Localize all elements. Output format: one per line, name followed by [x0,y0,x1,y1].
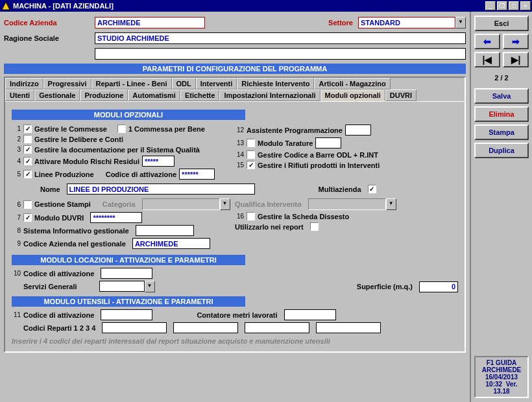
next-button[interactable]: ➡ [503,34,529,49]
tab-odl[interactable]: ODL [172,78,196,89]
lbl-assistente-prog: Assistente Programmazione [247,126,343,134]
footer-date: 16/04/2013 [478,373,526,381]
opt-num-9: 9 [12,240,21,247]
tab-gestionale[interactable]: Gestionale [34,89,80,101]
tab-utenti[interactable]: Utenti [5,89,34,101]
tab-produzione[interactable]: Produzione [80,89,128,101]
tab-articoli[interactable]: Articoli - Magazzino [314,78,390,89]
ragione-sociale-input-2[interactable] [95,48,466,60]
input-superficie[interactable] [419,281,458,292]
last-button[interactable]: ▶| [503,52,529,67]
lbl-codice-azienda-gest: Codice Azienda nel gestionale [23,240,126,248]
chk-gestire-doc-qualita[interactable] [23,145,32,154]
opt-num-1: 1 [12,125,21,132]
input-modulo-tarature[interactable] [315,137,341,148]
tab-content: MODULI OPZIONALI 1 Gestire le Commesse 1… [5,101,465,351]
chk-scheda-dissesto[interactable] [247,212,255,220]
lbl-servizi-generali: Servizi Generali [23,283,77,290]
ragione-sociale-input[interactable] [95,32,466,44]
parametri-band: PARAMETRI DI CONFIGURAZIONE DEL PROGRAMM… [4,64,466,74]
chk-gestire-commesse[interactable] [23,124,32,133]
lbl-multiazienda: Multiazienda [319,185,361,193]
tab-duvri[interactable]: DUVRI [385,89,417,101]
qualifica-dropdown-button[interactable]: ▼ [386,198,396,210]
close-button[interactable]: × [520,1,531,10]
input-assistente-prog[interactable] [345,124,371,136]
opt-num-12: 12 [235,126,244,134]
settore-dropdown-button[interactable]: ▼ [455,17,466,29]
servizi-dropdown-button[interactable]: ▼ [145,281,155,292]
chk-rischi-residui[interactable] [23,157,32,165]
lbl-qualifica-intervento: Qualifica Intervento [235,200,302,208]
lbl-utilizzarlo-report: Utilizzarlo nei report [235,223,304,231]
tab-etichette[interactable]: Etichette [180,89,219,101]
opt-num-6: 6 [12,201,21,208]
minimize-button[interactable]: _ [485,1,496,10]
codice-azienda-input[interactable] [95,17,205,29]
esci-button[interactable]: Esci [474,16,529,31]
input-codice-azienda-gest[interactable] [132,238,210,249]
stampa-button[interactable]: Stampa [474,124,529,140]
settore-select[interactable] [358,17,455,29]
opt-num-5: 5 [12,171,21,178]
tab-progressivi[interactable]: Progressivi [43,78,91,89]
input-reparto-1[interactable] [102,322,167,333]
sidebar: Esci ⬅ ➡ |◀ ▶| 2 / 2 Salva Elimina Stamp… [470,12,532,402]
tabs-container: Indirizzo Progressivi Reparti - Linee - … [4,77,466,353]
elimina-button[interactable]: Elimina [474,106,529,122]
select-qualifica [308,198,386,210]
footer-info: F1 GUIDA ARCHIMEDE 16/04/2013 10:32 Ver.… [474,356,529,398]
chk-1-commessa-bene[interactable] [117,124,126,133]
arrow-right-icon: ➡ [512,36,520,47]
input-contatore-metri[interactable] [284,309,336,320]
input-sistema-informativo[interactable] [136,225,194,236]
input-rischi-residui[interactable] [142,156,175,167]
input-modulo-duvri[interactable] [90,212,142,223]
titlebar: MACHINA - [DATI AZIENDALI] _ ❐ □ × [0,0,532,12]
first-button[interactable]: |◀ [474,52,500,67]
opt-num-14: 14 [235,151,244,158]
input-reparto-4[interactable] [316,322,381,333]
tab-indirizzo[interactable]: Indirizzo [5,78,43,89]
settore-label: Settore [328,19,353,27]
titlebar-text: MACHINA - [DATI AZIENDALI] [13,2,485,10]
lbl-gestire-delibere: Gestire le Delibere e Conti [34,136,123,143]
input-codice-attivazione-loc[interactable] [101,268,152,279]
tab-reparti[interactable]: Reparti - Linee - Beni [91,78,172,89]
opt-num-8: 8 [12,227,21,234]
tab-moduli-opzionali[interactable]: Moduli opzionali [320,89,385,101]
input-reparto-3[interactable] [245,322,309,333]
chk-utilizzarlo-report[interactable] [310,222,319,231]
tab-row-2: Utenti Gestionale Produzione Automatismi… [5,89,465,101]
chk-linee-produzione[interactable] [23,170,32,178]
select-servizi-generali[interactable] [99,281,145,292]
lbl-gestire-commesse: Gestire le Commesse [34,125,107,133]
duplica-button[interactable]: Duplica [474,143,529,158]
tab-automatismi[interactable]: Automatismi [128,89,180,101]
tab-richieste[interactable]: Richieste Intervento [237,78,314,89]
chk-rifiuti-interventi[interactable] [247,161,255,169]
chk-gestione-stampi[interactable] [23,200,32,209]
select-categoria [142,198,220,210]
lbl-modulo-duvri: Modulo DUVRI [34,214,84,222]
tab-interventi[interactable]: Interventi [196,78,237,89]
chk-modulo-duvri[interactable] [23,213,32,222]
lbl-gestire-doc-qualita: Gestire la documentazione per il Sistema… [34,146,200,154]
input-codice-attivazione-linee[interactable] [179,169,215,180]
first-icon: |◀ [483,54,492,65]
salva-button[interactable]: Salva [474,88,529,104]
tab-impostazioni[interactable]: Impostazioni Internazionali [219,89,320,101]
chk-multiazienda[interactable] [368,185,376,193]
categoria-dropdown-button[interactable]: ▼ [220,198,230,210]
input-nome-linee[interactable] [67,183,255,195]
restore-button[interactable]: ❐ [497,1,507,10]
prev-button[interactable]: ⬅ [474,34,500,49]
maximize-button[interactable]: □ [509,1,519,10]
chk-codice-barre[interactable] [247,150,255,159]
opt-num-11: 11 [12,311,21,318]
input-reparto-2[interactable] [173,322,238,333]
chk-modulo-tarature[interactable] [247,139,255,147]
chk-gestire-delibere[interactable] [23,135,32,143]
opt-num-16: 16 [235,213,244,220]
input-codice-attivazione-ut[interactable] [101,309,152,320]
